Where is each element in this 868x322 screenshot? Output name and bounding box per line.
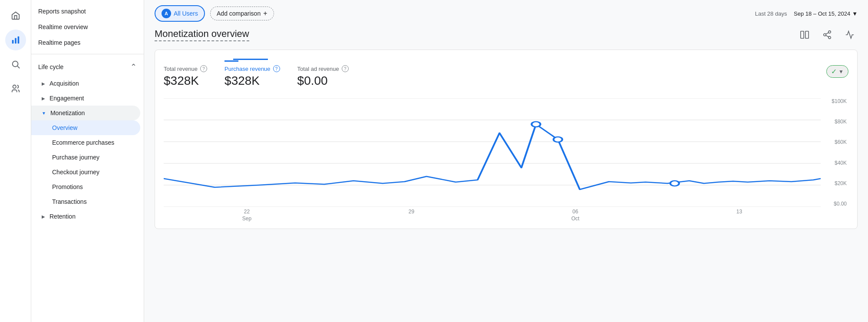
monetization-expand-icon: ▼	[42, 111, 46, 116]
page-header: Monetization overview	[155, 27, 858, 43]
all-users-avatar: A	[162, 9, 171, 18]
audience-icon[interactable]	[5, 78, 26, 99]
purchase-revenue-value: $328K	[224, 74, 280, 88]
acquisition-expand-icon: ▶	[42, 81, 45, 86]
home-icon[interactable]	[5, 5, 26, 26]
svg-line-11	[826, 35, 828, 37]
x-label-sep29: 29	[409, 209, 414, 216]
y-label-60k: $60K	[822, 139, 847, 145]
x-axis-labels: 22 Sep 29 06 Oct 13	[164, 207, 821, 220]
sidebar-item-reports-snapshot[interactable]: Reports snapshot	[31, 3, 144, 19]
svg-point-3	[12, 61, 18, 67]
lifecycle-chevron-icon: ⌃	[130, 62, 137, 72]
svg-point-19	[531, 122, 540, 127]
svg-point-20	[554, 137, 562, 142]
share-button[interactable]	[819, 27, 835, 43]
add-comparison-button[interactable]: Add comparison +	[210, 7, 274, 20]
sidebar-item-realtime-overview[interactable]: Realtime overview	[31, 19, 144, 35]
sidebar-item-acquisition[interactable]: ▶ Acquisition	[31, 76, 144, 91]
y-axis-labels: $100K $80K $60K $40K $20K $0.00	[822, 98, 848, 207]
sidebar-item-monetization[interactable]: ▼ Monetization	[31, 106, 140, 120]
total-ad-revenue-label: Total ad revenue ?	[297, 65, 349, 72]
topbar: A All Users Add comparison + Last 28 day…	[144, 0, 868, 27]
sidebar-item-transactions[interactable]: Transactions	[31, 194, 144, 209]
date-range-value: Sep 18 – Oct 15, 2024	[794, 10, 850, 17]
sidebar-item-ecommerce-purchases[interactable]: Ecommerce purchases	[31, 135, 144, 150]
page-header-actions	[797, 27, 858, 43]
sidebar-item-purchase-journey[interactable]: Purchase journey	[31, 150, 144, 165]
sidebar-item-engagement[interactable]: ▶ Engagement	[31, 91, 144, 106]
x-label-sep22: 22 Sep	[242, 209, 251, 222]
purchase-revenue-label: Purchase revenue ?	[224, 65, 280, 72]
svg-line-4	[17, 66, 20, 68]
svg-point-5	[13, 85, 16, 88]
y-label-100k: $100K	[822, 98, 847, 104]
y-label-0: $0.00	[822, 201, 847, 207]
metric-dropdown-chevron-icon: ▼	[838, 69, 844, 75]
lifecycle-label: Life cycle	[38, 63, 63, 70]
chart-card: Total revenue ? $328K Purchase revenue ?…	[155, 50, 858, 229]
date-range-last-label: Last 28 days	[755, 10, 787, 17]
sidebar-item-realtime-pages[interactable]: Realtime pages	[31, 35, 144, 50]
add-comparison-label: Add comparison	[217, 10, 261, 17]
page-content: Monetization overview	[144, 27, 868, 322]
sidebar-item-promotions[interactable]: Promotions	[31, 179, 144, 194]
all-users-button[interactable]: A All Users	[155, 5, 205, 22]
total-revenue-value: $328K	[164, 74, 207, 88]
total-ad-revenue-metric: Total ad revenue ? $0.00	[297, 65, 349, 88]
icon-bar	[0, 0, 31, 322]
chart-area: $100K $80K $60K $40K $20K $0.00	[164, 98, 848, 220]
lifecycle-section-header[interactable]: Life cycle ⌃	[31, 58, 144, 76]
metrics-row: Total revenue ? $328K Purchase revenue ?…	[164, 65, 848, 88]
search-icon[interactable]	[5, 54, 26, 75]
purchase-revenue-metric: Purchase revenue ? $328K	[224, 65, 280, 88]
svg-rect-0	[12, 40, 13, 43]
total-ad-revenue-value: $0.00	[297, 74, 349, 88]
x-label-oct06: 06 Oct	[571, 209, 580, 222]
acquisition-label: Acquisition	[50, 80, 79, 87]
sidebar-divider	[31, 54, 144, 54]
total-ad-revenue-info-icon[interactable]: ?	[342, 65, 349, 72]
svg-rect-1	[15, 38, 17, 43]
engagement-expand-icon: ▶	[42, 96, 45, 101]
svg-rect-6	[801, 31, 804, 39]
svg-rect-2	[17, 37, 19, 44]
insights-button[interactable]	[842, 27, 858, 43]
svg-point-10	[828, 37, 831, 39]
compare-columns-button[interactable]	[797, 27, 812, 43]
sidebar-item-retention[interactable]: ▶ Retention	[31, 209, 144, 224]
analytics-icon[interactable]	[5, 30, 26, 50]
total-revenue-metric: Total revenue ? $328K	[164, 65, 207, 88]
date-range-chevron-icon: ▼	[852, 10, 858, 17]
sidebar-item-overview[interactable]: Overview	[31, 120, 140, 135]
page-title: Monetization overview	[155, 28, 249, 41]
all-users-label: All Users	[174, 10, 198, 17]
monetization-label: Monetization	[50, 110, 85, 116]
main-content: A All Users Add comparison + Last 28 day…	[144, 0, 868, 322]
date-range-separator	[789, 10, 791, 17]
svg-line-12	[826, 33, 828, 34]
svg-point-21	[670, 181, 679, 186]
svg-point-9	[824, 33, 826, 36]
purchase-revenue-info-icon[interactable]: ?	[273, 65, 280, 72]
retention-expand-icon: ▶	[42, 214, 45, 219]
svg-point-8	[828, 31, 831, 33]
svg-rect-7	[805, 31, 809, 39]
y-label-80k: $80K	[822, 119, 847, 125]
topbar-left: A All Users Add comparison +	[155, 5, 274, 22]
date-range-button[interactable]: Sep 18 – Oct 15, 2024 ▼	[794, 10, 858, 17]
retention-label: Retention	[50, 213, 76, 220]
chart-svg	[164, 98, 821, 207]
engagement-label: Engagement	[50, 95, 84, 102]
y-label-40k: $40K	[822, 160, 847, 166]
y-label-20k: $20K	[822, 180, 847, 186]
total-revenue-info-icon[interactable]: ?	[200, 65, 207, 72]
check-icon: ✓	[831, 67, 837, 76]
add-comparison-plus-icon: +	[263, 10, 267, 17]
sidebar-item-checkout-journey[interactable]: Checkout journey	[31, 165, 144, 179]
total-revenue-label: Total revenue ?	[164, 65, 207, 72]
metric-dropdown-button[interactable]: ✓ ▼	[826, 65, 848, 78]
x-label-oct13: 13	[736, 209, 742, 216]
topbar-right: Last 28 days Sep 18 – Oct 15, 2024 ▼	[755, 10, 858, 17]
sidebar: Reports snapshot Realtime overview Realt…	[31, 0, 144, 322]
